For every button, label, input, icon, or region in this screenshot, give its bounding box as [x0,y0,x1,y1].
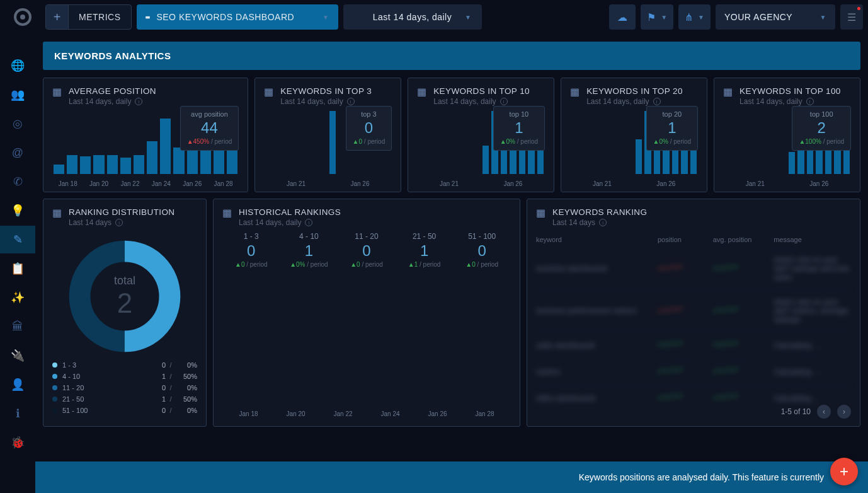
badge-label: top 10 [500,110,539,118]
sidebar-phone[interactable]: ✆ [0,168,35,195]
x-tick: Jan 24 [367,410,414,417]
agency-dropdown[interactable]: YOUR AGENCY ▼ [716,4,835,30]
card-title: KEYWORDS RANKING [552,207,647,217]
sidebar-at[interactable]: @ [0,139,35,166]
cat-value: 1 [396,242,454,260]
sidebar-target[interactable]: ◎ [0,110,35,137]
add-fab[interactable]: + [830,458,858,485]
legend-name: 21 - 50 [62,395,148,403]
x-tick: Jan 20 [89,180,108,187]
x-tick: Jan 21 [440,180,459,187]
cloud-icon: ☁ [617,11,627,23]
menu-icon: ☰ [847,11,856,23]
info-icon[interactable]: i [347,98,355,105]
menu-button[interactable]: ☰ [840,4,863,30]
badge-change: ▲450% / period [187,138,232,145]
legend-name: 11 - 20 [62,384,148,392]
legend-pct: 50% [176,395,197,403]
bar [789,152,796,174]
plus-icon[interactable]: + [46,5,69,29]
hist-category: 1 - 30▲0 / period [222,232,280,268]
legend-value: 1 [148,395,166,403]
hist-category: 11 - 200▲0 / period [338,232,396,268]
info-icon[interactable]: i [305,219,312,226]
sidebar-globe[interactable]: 🌐 [0,52,35,79]
widget-icon: ▦ [52,86,62,96]
legend-pct: 0% [176,361,197,369]
sidebar-users[interactable]: 👥 [0,81,35,108]
legend-dot [52,397,57,402]
sidebar-clipboard[interactable]: 📋 [0,255,35,282]
total-value: 2 [114,287,135,319]
topbar: + METRICS ▪▪ SEO KEYWORDS DASHBOARD ▼ La… [0,0,868,34]
bar [80,156,91,174]
widget-icon: ▦ [570,86,580,96]
sidebar-bug[interactable]: 🐞 [0,429,35,456]
bar [134,155,144,174]
plus-icon: + [840,463,848,480]
card-title: KEYWORDS IN TOP 100 [740,86,841,96]
legend-row: 1 - 30/0% [52,359,197,371]
info-icon[interactable]: i [500,98,508,105]
table-body: business dashboardswhat's new on your si… [536,247,851,411]
x-tick: Jan 22 [319,410,367,417]
sidebar-user[interactable]: 👤 [0,371,35,398]
table-row: business dashboardswhat's new on your si… [536,247,851,289]
section-title: KEYWORDS ANALYTICS [43,42,860,70]
badge-value: 1 [653,119,692,137]
date-range-label: Last 14 days, daily [373,12,452,22]
col-keyword: keyword [536,236,658,243]
widget-icon: ▦ [536,207,546,217]
bar [483,146,489,174]
cat-change: ▲0 / period [338,261,396,268]
info-icon[interactable]: i [135,98,142,105]
metrics-button[interactable]: + METRICS [45,4,132,30]
col-message: message [774,236,851,243]
share-button[interactable]: ⋔▼ [678,4,711,30]
sidebar-wand[interactable]: ✨ [0,284,35,311]
badge-value: 2 [799,119,844,137]
prev-page-button[interactable]: ‹ [817,405,831,419]
row-1: ▦AVERAGE POSITIONLast 14 days, dailyiavg… [43,78,860,192]
sidebar-bank[interactable]: 🏛 [0,313,35,340]
chevron-down-icon: ▼ [820,14,826,21]
widget-icon: ▦ [417,86,427,96]
info-icon[interactable]: i [806,98,814,105]
bar [329,111,336,174]
cell-message: what's new on your site? startups and en… [774,255,851,282]
info-icon[interactable]: i [599,219,607,226]
cell-message: what's new on your site? metrics, averag… [774,298,851,324]
info-icon[interactable]: i [653,98,661,105]
x-tick: Jan 21 [746,180,765,187]
dashboard-dropdown[interactable]: ▪▪ SEO KEYWORDS DASHBOARD ▼ [137,4,338,30]
x-tick: Jan 26 [414,410,461,417]
legend-value: 0 [148,384,166,392]
flag-button[interactable]: ⚑▼ [641,4,673,30]
badge-change: ▲100% / period [799,138,844,145]
cloud-button[interactable]: ☁ [609,4,636,30]
cell-message: Calculating … [774,394,851,403]
sidebar-edit[interactable]: ✎ [0,226,35,253]
bar [93,155,104,174]
cell-avg-position [713,340,774,351]
legend-pct: 50% [176,373,197,380]
cell-keyword: sales dashboards [536,341,658,350]
legend-row: 11 - 200/0% [52,382,197,393]
card-title: KEYWORDS IN TOP 3 [280,86,372,96]
sidebar-bulb[interactable]: 💡 [0,197,35,224]
bar [173,148,184,174]
date-range-dropdown[interactable]: Last 14 days, daily ▼ [343,4,482,30]
cell-keyword: business dashboards [536,264,658,273]
metric-card: ▦AVERAGE POSITIONLast 14 days, dailyiavg… [43,78,248,192]
cat-name: 4 - 10 [280,232,338,241]
legend-pct: 0% [176,384,197,392]
info-icon[interactable]: i [115,219,123,226]
card-title: HISTORICAL RANKINGS [239,207,341,217]
sidebar-plug[interactable]: 🔌 [0,342,35,369]
value-badge: top 30▲0 / period [346,106,392,151]
sidebar-info[interactable]: ℹ [0,400,35,427]
card-title: KEYWORDS IN TOP 20 [586,86,683,96]
next-page-button[interactable]: › [837,405,851,419]
bar [67,155,77,174]
hist-category: 21 - 501▲1 / period [396,232,454,268]
